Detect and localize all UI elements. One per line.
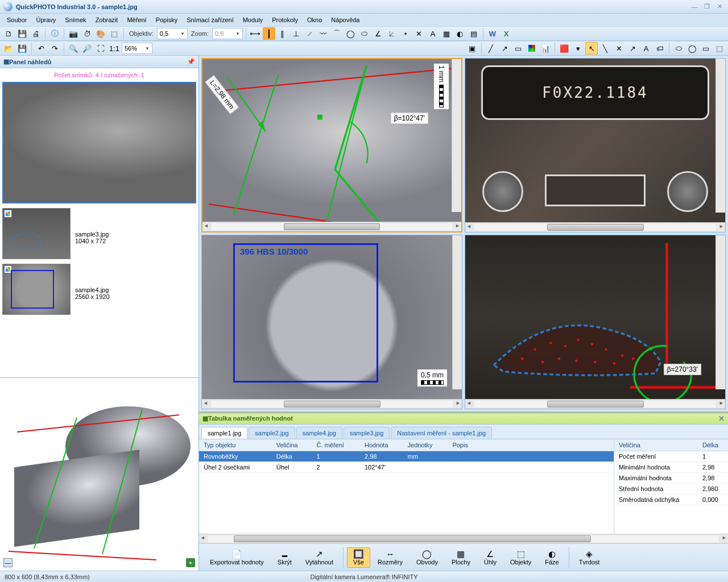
meas-btn-tvrdost[interactable]: ◈Tvrdost — [573, 547, 606, 568]
redo-icon[interactable]: ↷ — [48, 42, 61, 55]
meas-btn-skrýt[interactable]: 🗕Skrýt — [271, 547, 298, 568]
tab-sample1[interactable]: sample1.jpg — [201, 427, 247, 439]
scrollbar-h[interactable] — [202, 222, 461, 231]
menu-okno[interactable]: Okno — [303, 15, 326, 24]
meas-btn-fáze[interactable]: ◐Fáze — [539, 547, 565, 568]
shape3-icon[interactable]: ▭ — [700, 42, 712, 55]
select-icon[interactable]: ⬚ — [108, 27, 121, 40]
menu-upravy[interactable]: Úpravy — [31, 15, 60, 24]
ruler-h-icon[interactable]: ⟷ — [249, 27, 262, 40]
col-jed[interactable]: Jednotky — [403, 439, 448, 451]
meas-scrollbar[interactable] — [199, 534, 728, 543]
levels-icon[interactable]: ▤ — [468, 27, 480, 40]
parallel-icon[interactable]: ∥ — [276, 27, 289, 40]
excel-icon[interactable]: X — [500, 27, 512, 40]
draw-line-icon[interactable]: ╱ — [485, 42, 497, 55]
maximize-button[interactable]: ❐ — [702, 3, 712, 11]
meas-btn-plochy[interactable]: ▦Plochy — [445, 547, 477, 568]
scrollbar-h[interactable] — [465, 399, 725, 409]
meas-btn-rozměry[interactable]: ↔Rozměry — [371, 547, 409, 568]
polyline-icon[interactable]: ⟋ — [304, 27, 316, 40]
camera-icon[interactable]: 📷 — [67, 27, 80, 40]
meas-btn-exportovat-hodnoty[interactable]: 📄Exportovat hodnoty — [204, 547, 270, 568]
timer-icon[interactable]: ⏱ — [81, 27, 93, 40]
preview-minimize[interactable]: — — [3, 558, 13, 567]
angle-icon[interactable]: ∠ — [372, 27, 384, 40]
tab-sample4[interactable]: sample4.jpg — [296, 427, 342, 439]
pin-icon[interactable]: 📌 — [187, 58, 195, 65]
point-icon[interactable]: • — [399, 27, 412, 40]
meas-btn-obvody[interactable]: ◯Obvody — [410, 547, 444, 568]
draw-rect-icon[interactable]: ▭ — [512, 42, 524, 55]
scrollbar-v[interactable] — [715, 235, 725, 389]
cross-icon[interactable]: ✕ — [413, 27, 425, 40]
menu-snimaci-zarizeni[interactable]: Snímací zařízení — [182, 15, 238, 24]
save-icon[interactable]: 💾 — [16, 27, 28, 40]
menu-moduly[interactable]: Moduly — [238, 15, 267, 24]
text-icon[interactable]: A — [427, 27, 439, 40]
objektiv-combo[interactable]: 0,5 — [157, 28, 188, 39]
zoom-pct-combo[interactable]: 56% — [122, 43, 152, 54]
print-icon[interactable]: 🖨 — [30, 27, 42, 40]
close-button[interactable]: ✕ — [714, 3, 725, 11]
image-cell-1[interactable]: L=2,98 mm β=102°47' 1 mm — [201, 58, 462, 232]
col-typ[interactable]: Typ objektu — [199, 439, 272, 451]
perpendicular-icon[interactable]: ⊥ — [290, 27, 303, 40]
rgb-icon[interactable] — [526, 42, 538, 55]
scrollbar-v[interactable] — [715, 59, 725, 213]
histogram-icon[interactable]: 📊 — [539, 42, 552, 55]
arrow-tool-icon[interactable]: ↗ — [626, 42, 639, 55]
ellipse-icon[interactable]: ⬭ — [358, 27, 371, 40]
menu-napoveda[interactable]: Nápověda — [326, 15, 364, 24]
zoom-combo[interactable]: 0,8 — [212, 28, 243, 39]
shape4-icon[interactable]: ⬚ — [713, 42, 726, 55]
close-icon[interactable]: ✕ — [718, 414, 725, 423]
angle3-icon[interactable]: ⟀ — [386, 27, 398, 40]
meas-btn-objekty[interactable]: ⬚Objekty — [504, 547, 537, 568]
menu-zobrazit[interactable]: Zobrazit — [91, 15, 123, 24]
table-row[interactable]: RovnoběžkyDélka12,98mm — [199, 451, 614, 462]
draw-arrow-icon[interactable]: ↗ — [498, 42, 511, 55]
menu-soubor[interactable]: Soubor — [2, 15, 31, 24]
scrollbar-v[interactable] — [452, 235, 462, 389]
menu-protokoly[interactable]: Protokoly — [267, 15, 303, 24]
open-icon[interactable]: 📂 — [2, 42, 15, 55]
adjust-icon[interactable]: ◐ — [454, 27, 466, 40]
save2-icon[interactable]: 💾 — [16, 42, 28, 55]
word-icon[interactable]: W — [486, 27, 499, 40]
arc-icon[interactable]: ⌒ — [331, 27, 344, 40]
image-cell-3[interactable]: 396 HBS 10/3000 0,5 mm — [201, 235, 462, 409]
delete-icon[interactable]: ✕ — [613, 42, 625, 55]
dropdown-icon[interactable]: ▾ — [572, 42, 584, 55]
zoom-100-icon[interactable]: 1:1 — [108, 42, 121, 55]
pointer-icon[interactable]: ↖ — [585, 42, 598, 55]
meas-btn-vše[interactable]: 🔲Vše — [347, 547, 370, 568]
menu-popisky[interactable]: Popisky — [151, 15, 183, 24]
tab-settings[interactable]: Nastavení měření - sample1.jpg — [391, 427, 492, 439]
info-icon[interactable]: ⓘ — [48, 27, 61, 40]
scrollbar-v[interactable] — [452, 59, 461, 212]
shape1-icon[interactable]: ⬭ — [672, 42, 685, 55]
menu-mereni[interactable]: Měření — [122, 15, 151, 24]
thumbnail-item[interactable]: sample4.jpg 2560 x 1920 — [2, 264, 196, 315]
new-icon[interactable]: 🗋 — [2, 27, 15, 40]
label-icon[interactable]: 🏷 — [653, 42, 666, 55]
thumbnail-selected[interactable] — [2, 82, 196, 203]
zoom-out-icon[interactable]: 🔎 — [81, 42, 93, 55]
minimize-button[interactable]: — — [689, 3, 700, 11]
shape2-icon[interactable]: ◯ — [686, 42, 698, 55]
text-tool-icon[interactable]: A — [640, 42, 652, 55]
scrollbar-h[interactable] — [202, 399, 462, 409]
col-hod[interactable]: Hodnota — [360, 439, 403, 451]
thumbnail-item[interactable]: sample3.jpg 1040 x 772 — [2, 208, 196, 259]
color-icon[interactable]: 🎨 — [94, 27, 107, 40]
line-tool-icon[interactable]: ╲ — [599, 42, 611, 55]
tab-sample2[interactable]: sample2.jpg — [249, 427, 295, 439]
navigator-icon[interactable]: ▣ — [466, 42, 478, 55]
menu-snimek[interactable]: Snímek — [60, 15, 90, 24]
meas-btn-vytáhnout[interactable]: ↗Vytáhnout — [299, 547, 340, 568]
col-c[interactable]: Č. měření — [312, 439, 360, 451]
fill-icon[interactable]: 🟥 — [558, 42, 570, 55]
image-cell-4[interactable]: β=270°33' — [465, 235, 726, 409]
zoom-in-icon[interactable]: 🔍 — [67, 42, 80, 55]
